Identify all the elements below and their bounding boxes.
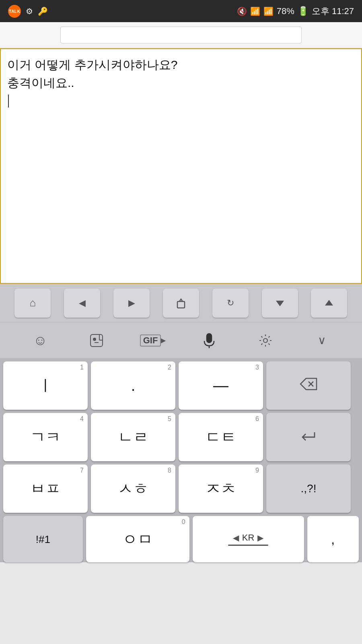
status-bar: TALK ⚙ 🔑 🔇 📶 📶 78% 🔋 오후 11:27 [0, 0, 362, 22]
back-button[interactable]: ◀ [64, 289, 100, 318]
key-enter[interactable] [266, 413, 351, 461]
text-cursor [8, 95, 9, 107]
svg-marker-1 [276, 301, 284, 306]
sticker-button[interactable] [80, 327, 113, 354]
key-ㅇㅁ[interactable]: 0 ㅇㅁ [86, 516, 189, 562]
key-ㄱㅋ[interactable]: 4 ㄱㅋ [3, 413, 88, 461]
status-right: 🔇 📶 📶 78% 🔋 오후 11:27 [237, 5, 354, 17]
key-space[interactable]: ◀ KR ▶ [193, 516, 304, 562]
share-button[interactable] [163, 289, 199, 318]
wifi-icon: 📶 [250, 6, 260, 16]
key-row-3: 7 ㅂㅍ 8 ㅅㅎ 9 ㅈㅊ .,?! [3, 464, 359, 513]
key-ㅂㅍ[interactable]: 7 ㅂㅍ [3, 464, 88, 513]
text-line-3 [7, 92, 355, 110]
svg-marker-2 [325, 300, 333, 305]
svg-point-10 [263, 339, 267, 343]
svg-rect-0 [177, 301, 185, 308]
keyboard-nav-bar: ⌂ ◀ ▶ ↻ [0, 284, 362, 322]
gear-icon: ⚙ [26, 6, 33, 16]
key-ㅣ[interactable]: 1 ㅣ [3, 361, 88, 410]
text-area-container[interactable]: 이거 어떻게 추가시켜야하나요? 충격이네요.. [0, 48, 362, 284]
talk-icon: TALK [8, 5, 21, 18]
key-punctuation[interactable]: .,?! [266, 464, 351, 513]
key-ㅈㅊ[interactable]: 9 ㅈㅊ [179, 464, 263, 513]
gif-button[interactable]: GIF ▶ [137, 327, 169, 354]
key-comma[interactable]: , [307, 516, 359, 562]
key-ㄴㄹ[interactable]: 5 ㄴㄹ [91, 413, 175, 461]
battery-icon: 🔋 [298, 6, 309, 17]
home-button[interactable]: ⌂ [14, 289, 51, 318]
text-line-1: 이거 어떻게 추가시켜야하나요? [7, 56, 355, 74]
svg-point-4 [93, 338, 96, 341]
text-line-2: 충격이네요.. [7, 74, 355, 92]
search-input[interactable] [60, 27, 302, 43]
mic-button[interactable] [193, 327, 225, 354]
key-row-1: 1 ㅣ 2 . 3 — [3, 361, 359, 410]
text-area-content: 이거 어떻게 추가시켜야하나요? 충격이네요.. [7, 56, 355, 110]
key-row-2: 4 ㄱㅋ 5 ㄴㄹ 6 ㄷㅌ [3, 413, 359, 461]
keyboard-area: 1 ㅣ 2 . 3 — 4 ㄱㅋ 5 ㄴㄹ [0, 358, 362, 562]
key-dot[interactable]: 2 . [91, 361, 175, 410]
key-symbol-num[interactable]: !#1 [3, 516, 83, 562]
signal-icon: 📶 [263, 6, 274, 16]
status-left: TALK ⚙ 🔑 [8, 5, 48, 18]
key-ㅅㅎ[interactable]: 8 ㅅㅎ [91, 464, 175, 513]
battery-percent: 78% [277, 6, 294, 17]
mute-icon: 🔇 [237, 6, 247, 16]
emoji-toolbar: ☺ GIF ▶ ∨ [0, 322, 362, 358]
key-icon: 🔑 [38, 6, 48, 16]
key-row-4: !#1 0 ㅇㅁ ◀ KR ▶ , [3, 516, 359, 562]
refresh-button[interactable]: ↻ [212, 289, 249, 318]
svg-rect-8 [207, 334, 212, 343]
top-bar [0, 22, 362, 48]
scroll-up-button[interactable] [311, 289, 347, 318]
key-dash[interactable]: 3 — [179, 361, 263, 410]
settings-button[interactable] [249, 327, 282, 354]
key-backspace[interactable] [266, 361, 351, 410]
collapse-keyboard-button[interactable]: ∨ [306, 327, 338, 354]
key-ㄷㅌ[interactable]: 6 ㄷㅌ [179, 413, 263, 461]
emoji-button[interactable]: ☺ [24, 327, 56, 354]
forward-button[interactable]: ▶ [113, 289, 150, 318]
scroll-down-button[interactable] [262, 289, 298, 318]
clock: 오후 11:27 [312, 5, 354, 17]
